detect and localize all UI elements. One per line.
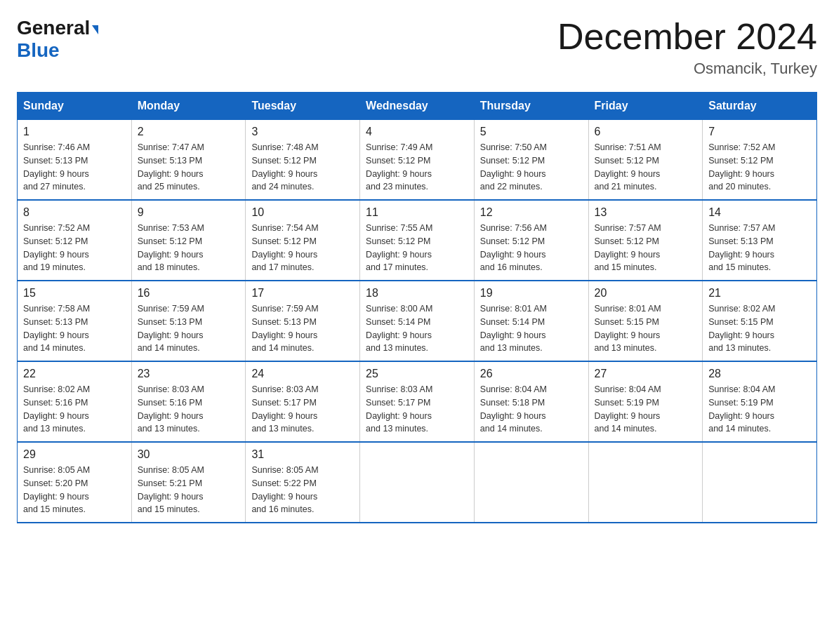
calendar-table: SundayMondayTuesdayWednesdayThursdayFrid… xyxy=(17,92,817,523)
day-info: Sunrise: 8:00 AM Sunset: 5:14 PM Dayligh… xyxy=(366,302,468,355)
day-cell: 28 Sunrise: 8:04 AM Sunset: 5:19 PM Dayl… xyxy=(703,361,817,442)
day-info: Sunrise: 7:52 AM Sunset: 5:12 PM Dayligh… xyxy=(708,141,811,194)
day-number: 12 xyxy=(480,206,583,219)
day-cell: 2 Sunrise: 7:47 AM Sunset: 5:13 PM Dayli… xyxy=(131,120,246,201)
day-info: Sunrise: 7:58 AM Sunset: 5:13 PM Dayligh… xyxy=(23,302,126,355)
day-info: Sunrise: 8:04 AM Sunset: 5:18 PM Dayligh… xyxy=(480,383,583,436)
day-info: Sunrise: 7:46 AM Sunset: 5:13 PM Dayligh… xyxy=(23,141,126,194)
day-number: 15 xyxy=(23,287,126,300)
col-header-monday: Monday xyxy=(131,93,246,120)
day-number: 8 xyxy=(23,206,126,219)
col-header-sunday: Sunday xyxy=(18,93,132,120)
day-number: 11 xyxy=(366,206,468,219)
page-header: General Blue December 2024 Osmancik, Tur… xyxy=(17,17,817,78)
day-cell: 4 Sunrise: 7:49 AM Sunset: 5:12 PM Dayli… xyxy=(360,120,475,201)
day-cell xyxy=(703,442,817,523)
day-info: Sunrise: 8:03 AM Sunset: 5:16 PM Dayligh… xyxy=(138,383,240,436)
col-header-wednesday: Wednesday xyxy=(360,93,475,120)
day-number: 16 xyxy=(138,287,240,300)
col-header-thursday: Thursday xyxy=(474,93,588,120)
day-cell: 18 Sunrise: 8:00 AM Sunset: 5:14 PM Dayl… xyxy=(360,281,475,361)
day-cell: 24 Sunrise: 8:03 AM Sunset: 5:17 PM Dayl… xyxy=(246,361,360,442)
day-info: Sunrise: 8:03 AM Sunset: 5:17 PM Dayligh… xyxy=(251,383,354,436)
week-row-2: 8 Sunrise: 7:52 AM Sunset: 5:12 PM Dayli… xyxy=(18,200,817,281)
day-cell: 25 Sunrise: 8:03 AM Sunset: 5:17 PM Dayl… xyxy=(360,361,475,442)
day-number: 19 xyxy=(480,287,583,300)
day-info: Sunrise: 7:47 AM Sunset: 5:13 PM Dayligh… xyxy=(138,141,240,194)
day-info: Sunrise: 7:56 AM Sunset: 5:12 PM Dayligh… xyxy=(480,222,583,274)
day-info: Sunrise: 7:49 AM Sunset: 5:12 PM Dayligh… xyxy=(366,141,468,194)
day-number: 27 xyxy=(595,368,697,380)
day-cell: 10 Sunrise: 7:54 AM Sunset: 5:12 PM Dayl… xyxy=(246,200,360,281)
day-number: 20 xyxy=(595,287,697,300)
day-number: 25 xyxy=(366,368,468,380)
week-row-3: 15 Sunrise: 7:58 AM Sunset: 5:13 PM Dayl… xyxy=(18,281,817,361)
day-info: Sunrise: 8:02 AM Sunset: 5:15 PM Dayligh… xyxy=(708,302,811,355)
day-number: 13 xyxy=(595,206,697,219)
day-number: 18 xyxy=(366,287,468,300)
day-cell: 5 Sunrise: 7:50 AM Sunset: 5:12 PM Dayli… xyxy=(474,120,588,201)
day-number: 5 xyxy=(480,126,583,138)
day-cell: 30 Sunrise: 8:05 AM Sunset: 5:21 PM Dayl… xyxy=(131,442,246,523)
day-cell: 17 Sunrise: 7:59 AM Sunset: 5:13 PM Dayl… xyxy=(246,281,360,361)
day-cell xyxy=(588,442,703,523)
day-cell: 16 Sunrise: 7:59 AM Sunset: 5:13 PM Dayl… xyxy=(131,281,246,361)
day-cell xyxy=(360,442,475,523)
day-cell: 27 Sunrise: 8:04 AM Sunset: 5:19 PM Dayl… xyxy=(588,361,703,442)
day-number: 22 xyxy=(23,368,126,380)
day-info: Sunrise: 7:59 AM Sunset: 5:13 PM Dayligh… xyxy=(138,302,240,355)
day-info: Sunrise: 8:01 AM Sunset: 5:14 PM Dayligh… xyxy=(480,302,583,355)
day-info: Sunrise: 7:55 AM Sunset: 5:12 PM Dayligh… xyxy=(366,222,468,274)
logo-triangle-icon xyxy=(92,25,98,34)
day-cell: 20 Sunrise: 8:01 AM Sunset: 5:15 PM Dayl… xyxy=(588,281,703,361)
day-number: 2 xyxy=(138,126,240,138)
day-info: Sunrise: 7:59 AM Sunset: 5:13 PM Dayligh… xyxy=(251,302,354,355)
day-info: Sunrise: 7:48 AM Sunset: 5:12 PM Dayligh… xyxy=(251,141,354,194)
day-cell: 19 Sunrise: 8:01 AM Sunset: 5:14 PM Dayl… xyxy=(474,281,588,361)
day-info: Sunrise: 7:57 AM Sunset: 5:12 PM Dayligh… xyxy=(595,222,697,274)
day-cell: 12 Sunrise: 7:56 AM Sunset: 5:12 PM Dayl… xyxy=(474,200,588,281)
day-cell xyxy=(474,442,588,523)
location: Osmancik, Turkey xyxy=(557,60,817,78)
day-number: 28 xyxy=(708,368,811,380)
day-number: 31 xyxy=(251,448,354,461)
day-number: 9 xyxy=(138,206,240,219)
day-cell: 29 Sunrise: 8:05 AM Sunset: 5:20 PM Dayl… xyxy=(18,442,132,523)
day-info: Sunrise: 7:50 AM Sunset: 5:12 PM Dayligh… xyxy=(480,141,583,194)
day-info: Sunrise: 7:51 AM Sunset: 5:12 PM Dayligh… xyxy=(595,141,697,194)
day-number: 21 xyxy=(708,287,811,300)
day-info: Sunrise: 8:05 AM Sunset: 5:22 PM Dayligh… xyxy=(251,464,354,516)
day-number: 14 xyxy=(708,206,811,219)
day-info: Sunrise: 7:54 AM Sunset: 5:12 PM Dayligh… xyxy=(251,222,354,274)
week-row-1: 1 Sunrise: 7:46 AM Sunset: 5:13 PM Dayli… xyxy=(18,120,817,201)
day-cell: 7 Sunrise: 7:52 AM Sunset: 5:12 PM Dayli… xyxy=(703,120,817,201)
day-cell: 3 Sunrise: 7:48 AM Sunset: 5:12 PM Dayli… xyxy=(246,120,360,201)
month-title: December 2024 xyxy=(557,17,817,57)
day-cell: 8 Sunrise: 7:52 AM Sunset: 5:12 PM Dayli… xyxy=(18,200,132,281)
day-number: 24 xyxy=(251,368,354,380)
title-block: December 2024 Osmancik, Turkey xyxy=(557,17,817,78)
day-cell: 23 Sunrise: 8:03 AM Sunset: 5:16 PM Dayl… xyxy=(131,361,246,442)
day-info: Sunrise: 8:04 AM Sunset: 5:19 PM Dayligh… xyxy=(595,383,697,436)
day-info: Sunrise: 8:05 AM Sunset: 5:21 PM Dayligh… xyxy=(138,464,240,516)
day-cell: 26 Sunrise: 8:04 AM Sunset: 5:18 PM Dayl… xyxy=(474,361,588,442)
day-cell: 6 Sunrise: 7:51 AM Sunset: 5:12 PM Dayli… xyxy=(588,120,703,201)
logo: General Blue xyxy=(17,17,98,62)
col-header-friday: Friday xyxy=(588,93,703,120)
day-info: Sunrise: 7:52 AM Sunset: 5:12 PM Dayligh… xyxy=(23,222,126,274)
day-number: 7 xyxy=(708,126,811,138)
day-cell: 1 Sunrise: 7:46 AM Sunset: 5:13 PM Dayli… xyxy=(18,120,132,201)
day-cell: 15 Sunrise: 7:58 AM Sunset: 5:13 PM Dayl… xyxy=(18,281,132,361)
col-header-tuesday: Tuesday xyxy=(246,93,360,120)
col-header-saturday: Saturday xyxy=(703,93,817,120)
day-cell: 11 Sunrise: 7:55 AM Sunset: 5:12 PM Dayl… xyxy=(360,200,475,281)
day-cell: 31 Sunrise: 8:05 AM Sunset: 5:22 PM Dayl… xyxy=(246,442,360,523)
day-number: 3 xyxy=(251,126,354,138)
day-number: 6 xyxy=(595,126,697,138)
day-cell: 9 Sunrise: 7:53 AM Sunset: 5:12 PM Dayli… xyxy=(131,200,246,281)
day-info: Sunrise: 7:57 AM Sunset: 5:13 PM Dayligh… xyxy=(708,222,811,274)
day-cell: 21 Sunrise: 8:02 AM Sunset: 5:15 PM Dayl… xyxy=(703,281,817,361)
logo-blue-text: Blue xyxy=(17,39,60,61)
day-info: Sunrise: 8:05 AM Sunset: 5:20 PM Dayligh… xyxy=(23,464,126,516)
week-row-4: 22 Sunrise: 8:02 AM Sunset: 5:16 PM Dayl… xyxy=(18,361,817,442)
